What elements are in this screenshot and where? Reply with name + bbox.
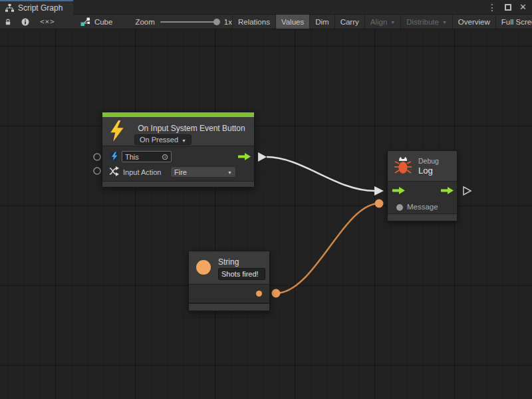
close-icon[interactable]: ✕ — [519, 0, 527, 15]
maximize-icon[interactable] — [505, 4, 511, 11]
debug-output-port-triangle[interactable] — [464, 187, 471, 195]
flow-wire-end-arrow[interactable] — [374, 186, 384, 196]
string-node-body — [189, 284, 269, 303]
flow-wire-start-arrow[interactable] — [258, 152, 267, 162]
zoom-value: 1x — [224, 18, 232, 26]
debug-input-flow-arrow[interactable] — [392, 187, 405, 194]
string-output-port[interactable] — [256, 291, 262, 297]
string-node-footer — [189, 303, 269, 311]
values-toggle[interactable]: Values — [276, 15, 309, 29]
window-controls: ⋮ ✕ — [487, 0, 527, 15]
event-node-footer — [102, 181, 254, 187]
lock-button[interactable] — [0, 15, 16, 29]
event-node-body: This ⊙ Input Action Fire ▼ — [102, 146, 254, 182]
fullscreen-label: Full Screen — [501, 18, 532, 26]
node-debug-log[interactable]: Debug Log Message — [387, 150, 458, 221]
values-label: Values — [281, 18, 304, 26]
event-output-flow-arrow[interactable] — [238, 153, 251, 160]
debug-node-body: Message — [388, 181, 457, 215]
graph-canvas[interactable]: On Input System Event Button On Pressed … — [0, 29, 532, 399]
debug-node-category: Debug — [418, 157, 439, 165]
graph-toolbar: <×> Cube Zoom 1x Relations Values Dim Ca… — [0, 15, 532, 29]
event-node-header: On Input System Event Button On Pressed … — [102, 117, 254, 146]
event-node-title: On Input System Event Button — [132, 124, 251, 133]
event-input-port-circle[interactable] — [94, 168, 100, 174]
trigger-dropdown[interactable]: On Pressed ▼ — [134, 134, 192, 145]
relations-toggle[interactable]: Relations — [233, 15, 275, 29]
chevron-down-icon: ▼ — [182, 138, 186, 143]
zoom-slider-knob[interactable] — [213, 19, 220, 25]
value-wire-end-dot[interactable] — [375, 200, 384, 208]
string-value-text: Shots fired! — [221, 270, 259, 278]
zoom-label: Zoom — [135, 18, 154, 26]
this-object-field[interactable]: This ⊙ — [122, 151, 172, 162]
input-action-dropdown[interactable]: Fire ▼ — [170, 166, 236, 178]
align-dropdown[interactable]: Align ▼ — [365, 15, 401, 29]
chevron-down-icon: ▼ — [442, 20, 447, 25]
string-type-icon — [196, 260, 211, 275]
zoom-control: Zoom 1x — [135, 15, 232, 29]
zoom-slider[interactable] — [160, 21, 219, 23]
graph-owner[interactable]: Cube — [75, 15, 118, 29]
script-graph-icon — [80, 17, 90, 27]
lock-icon — [5, 18, 11, 26]
debug-node-title: Log — [418, 166, 433, 176]
dim-toggle[interactable]: Dim — [310, 15, 334, 29]
title-bar: Script Graph ⋮ ✕ — [0, 0, 532, 15]
window-menu-icon[interactable]: ⋮ — [487, 0, 497, 15]
overview-label: Overview — [458, 18, 490, 26]
object-picker-icon: ⊙ — [162, 153, 168, 161]
chevron-down-icon: ▼ — [390, 20, 395, 25]
code-view-button[interactable]: <×> — [35, 15, 61, 29]
relations-label: Relations — [238, 18, 270, 26]
align-label: Align — [370, 18, 388, 26]
graph-hierarchy-icon — [5, 4, 14, 12]
info-icon — [21, 18, 29, 26]
this-field-value: This — [125, 153, 139, 161]
game-object-icon — [109, 151, 120, 162]
event-input-port-circle[interactable] — [94, 154, 100, 160]
debug-node-header: Debug Log — [388, 151, 457, 181]
info-button[interactable] — [16, 15, 35, 29]
tab-title: Script Graph — [18, 3, 63, 13]
tab-script-graph[interactable]: Script Graph — [0, 0, 73, 15]
node-string-literal[interactable]: String Shots fired! — [188, 251, 270, 311]
node-on-input-system-event-button[interactable]: On Input System Event Button On Pressed … — [102, 112, 255, 188]
graph-owner-label: Cube — [94, 18, 113, 26]
value-wire[interactable] — [276, 203, 379, 293]
chevron-down-icon: ▼ — [227, 170, 232, 175]
carry-toggle[interactable]: Carry — [335, 15, 364, 29]
code-brackets-icon: <×> — [40, 17, 55, 26]
input-action-icon — [109, 166, 120, 176]
flow-wire[interactable] — [267, 157, 374, 191]
bug-icon — [394, 155, 412, 176]
fullscreen-button[interactable]: Full Screen — [496, 15, 532, 29]
message-input-port[interactable] — [396, 204, 403, 211]
message-port-label: Message — [407, 203, 438, 211]
input-action-label: Input Action — [123, 168, 162, 176]
event-node-accent-bar — [102, 112, 254, 117]
dim-label: Dim — [315, 18, 329, 26]
toolbar-toggles: Relations Values Dim Carry Align ▼ Distr… — [232, 15, 532, 29]
string-node-title: String — [218, 257, 239, 267]
string-node-header: String Shots fired! — [189, 251, 269, 284]
debug-node-footer — [388, 213, 457, 221]
string-value-field[interactable]: Shots fired! — [218, 268, 265, 280]
input-action-value: Fire — [174, 168, 187, 176]
distribute-label: Distribute — [406, 18, 439, 26]
trigger-value: On Pressed — [140, 136, 178, 144]
debug-output-flow-arrow[interactable] — [441, 187, 454, 194]
distribute-dropdown[interactable]: Distribute ▼ — [401, 15, 452, 29]
overview-button[interactable]: Overview — [453, 15, 495, 29]
lightning-icon — [110, 120, 124, 142]
carry-label: Carry — [340, 18, 359, 26]
value-wire-start-dot[interactable] — [272, 289, 281, 298]
